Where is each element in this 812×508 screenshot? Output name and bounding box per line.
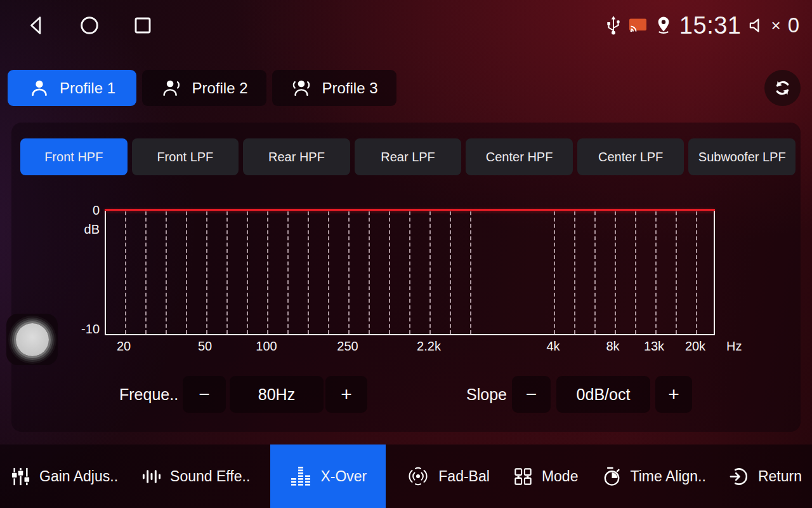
- crossover-response-chart[interactable]: [105, 210, 715, 335]
- recents-icon[interactable]: [133, 15, 153, 36]
- android-nav-keys: [26, 15, 153, 36]
- nav-return[interactable]: Return: [726, 444, 804, 508]
- mute-times-symbol: ×: [771, 16, 780, 36]
- knob-circle-icon: [16, 323, 49, 356]
- profile-2-button[interactable]: Profile 2: [142, 70, 266, 106]
- status-bar: 15:31 × 0: [0, 0, 812, 51]
- nav-mode[interactable]: Mode: [510, 444, 581, 508]
- tab-center-hpf[interactable]: Center HPF: [466, 138, 573, 175]
- volume-muted-icon: [748, 17, 765, 34]
- nav-x-over[interactable]: X-Over: [270, 444, 386, 508]
- clock: 15:31: [679, 12, 742, 39]
- grid-line: [369, 211, 370, 334]
- equalizer-icon: [289, 465, 312, 487]
- slope-value: 0dB/oct: [556, 376, 650, 413]
- usb-icon: [605, 15, 622, 36]
- tab-label: Center LPF: [598, 150, 663, 164]
- person-waves-icon: [291, 77, 312, 99]
- grid-line: [655, 211, 657, 334]
- x-tick-label: 250: [337, 339, 358, 354]
- tab-rear-lpf[interactable]: Rear LPF: [355, 138, 462, 175]
- response-curve: [105, 209, 715, 211]
- grid-line: [226, 211, 228, 334]
- bottom-nav: Gain Adjus.. Sound Effe.. X-Over: [0, 444, 812, 508]
- grid-line: [328, 211, 329, 334]
- tab-label: Subwoofer LPF: [698, 150, 786, 164]
- x-tick-label: 8k: [606, 339, 619, 354]
- grid-line: [615, 211, 616, 334]
- grid-line: [470, 211, 471, 334]
- location-icon: [655, 16, 672, 36]
- frequency-plus-button[interactable]: +: [325, 376, 367, 413]
- frequency-label: Freque..: [119, 376, 178, 413]
- profile-label: Profile 1: [60, 79, 115, 97]
- nav-time-align[interactable]: Time Align..: [599, 444, 709, 508]
- nav-label: Mode: [542, 468, 579, 485]
- grid-line: [676, 211, 677, 334]
- grid-line: [348, 211, 350, 334]
- tab-rear-hpf[interactable]: Rear HPF: [243, 138, 350, 175]
- frequency-minus-button[interactable]: −: [183, 376, 226, 413]
- grid-line: [574, 211, 575, 334]
- filter-tabs: Front HPF Front LPF Rear HPF Rear LPF Ce…: [20, 138, 796, 175]
- mute-count: 0: [788, 13, 799, 37]
- grid-line: [267, 211, 268, 334]
- grid-line: [308, 211, 309, 334]
- refresh-button[interactable]: [764, 70, 801, 106]
- grid-line: [389, 211, 390, 334]
- status-icons: 15:31 × 0: [605, 12, 799, 39]
- x-tick-label: 100: [256, 339, 277, 354]
- grid-line: [696, 211, 697, 334]
- x-tick-label: 2.2k: [417, 339, 441, 354]
- profile-row: Profile 1 Profile 2 Profile 3: [8, 70, 801, 106]
- return-icon: [729, 466, 750, 487]
- grid-line: [409, 211, 410, 334]
- grid-line: [206, 211, 207, 334]
- nav-label: Time Align..: [631, 468, 706, 485]
- y-axis-tick-0: 0: [62, 203, 100, 218]
- tab-subwoofer-lpf[interactable]: Subwoofer LPF: [688, 138, 796, 175]
- slope-minus-button[interactable]: −: [512, 376, 551, 413]
- profile-label: Profile 3: [322, 79, 377, 97]
- nav-gain-adjust[interactable]: Gain Adjus..: [8, 444, 121, 508]
- back-icon[interactable]: [26, 15, 46, 36]
- level-knob[interactable]: [6, 314, 58, 365]
- tab-label: Center HPF: [486, 150, 553, 164]
- tab-front-lpf[interactable]: Front LPF: [132, 138, 239, 175]
- tab-label: Rear HPF: [268, 150, 325, 164]
- nav-label: Gain Adjus..: [39, 468, 118, 485]
- grid-line: [594, 211, 596, 334]
- nav-label: X-Over: [320, 468, 367, 485]
- profile-3-button[interactable]: Profile 3: [272, 70, 396, 106]
- tab-center-lpf[interactable]: Center LPF: [577, 138, 684, 175]
- mode-grid-icon: [513, 466, 534, 487]
- slope-plus-button[interactable]: +: [655, 376, 692, 413]
- grid-line: [125, 211, 126, 334]
- nav-label: Fad-Bal: [438, 468, 490, 485]
- filter-controls: Freque.. − 80Hz + Slope − 0dB/oct +: [11, 376, 801, 413]
- slope-label: Slope: [466, 376, 507, 413]
- nav-label: Return: [758, 468, 802, 485]
- tab-label: Rear LPF: [381, 150, 435, 164]
- grid-line: [450, 211, 451, 334]
- home-icon[interactable]: [79, 15, 100, 36]
- tab-label: Front HPF: [44, 150, 103, 164]
- grid-line: [166, 211, 167, 334]
- grid-line: [145, 211, 147, 334]
- profile-1-button[interactable]: Profile 1: [8, 70, 136, 106]
- x-axis-unit: Hz: [726, 339, 742, 354]
- x-tick-label: 4k: [546, 339, 560, 354]
- tab-label: Front LPF: [157, 150, 213, 164]
- x-tick-label: 20k: [685, 339, 705, 354]
- person-wave-icon: [160, 77, 182, 99]
- grid-line: [247, 211, 248, 334]
- fader-balance-icon: [406, 466, 430, 486]
- nav-sound-effects[interactable]: Sound Effe..: [138, 444, 252, 508]
- tab-front-hpf[interactable]: Front HPF: [20, 138, 128, 175]
- x-axis-ticks: 20501002502.2k4k8k13k20k: [105, 339, 715, 356]
- cast-icon: [629, 18, 648, 34]
- nav-fad-bal[interactable]: Fad-Bal: [403, 444, 492, 508]
- grid-line: [554, 211, 555, 334]
- refresh-icon: [773, 78, 792, 98]
- gain-adjust-icon: [10, 466, 31, 487]
